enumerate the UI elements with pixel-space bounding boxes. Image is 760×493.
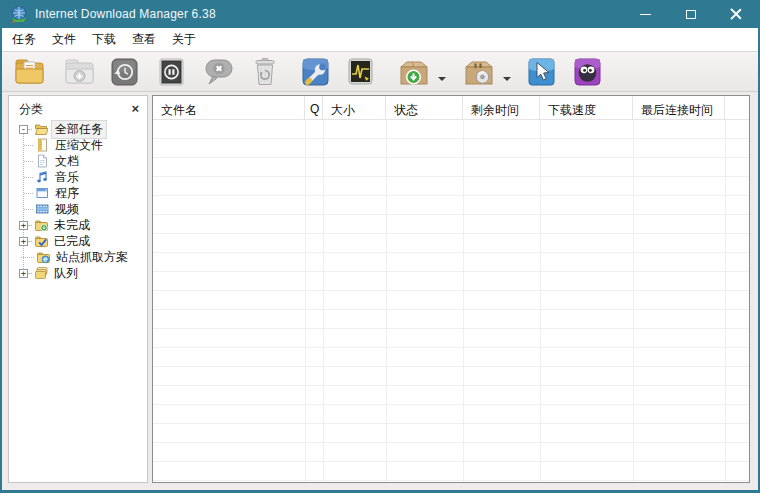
tree-item-label: 音乐 <box>52 169 82 186</box>
close-icon <box>730 8 742 20</box>
stop-queue-dropdown[interactable] <box>499 56 515 88</box>
restart-clock-icon <box>107 56 141 88</box>
menu-download[interactable]: 下载 <box>84 27 124 52</box>
column-header-filler <box>725 96 749 119</box>
tella-mascot-icon <box>570 56 604 88</box>
column-header-time-left[interactable]: 剩余时间 <box>463 96 540 119</box>
stop-all-button[interactable] <box>202 56 236 88</box>
resume-button[interactable] <box>62 56 96 88</box>
close-button[interactable] <box>713 0 758 28</box>
tree-item-label: 程序 <box>52 185 82 202</box>
stop-button[interactable] <box>154 56 188 88</box>
wrench-icon <box>298 56 332 88</box>
stacked-folders-icon <box>34 266 48 280</box>
stop-queue-button[interactable] <box>462 56 496 88</box>
tree-item-label: 已完成 <box>51 233 93 250</box>
chevron-down-icon <box>503 77 511 81</box>
column-header-status[interactable]: 状态 <box>386 96 463 119</box>
scheduler-button[interactable] <box>343 56 377 88</box>
toolbar <box>2 52 758 92</box>
menu-tasks[interactable]: 任务 <box>4 27 44 52</box>
restart-button[interactable] <box>107 56 141 88</box>
stop-pause-icon <box>154 56 188 88</box>
tree-item-label: 文档 <box>52 153 82 170</box>
zip-file-icon <box>35 138 49 152</box>
tree-item-finished[interactable]: + 已完成 <box>9 233 147 249</box>
delete-all-completed-button[interactable] <box>248 56 282 88</box>
expand-toggle[interactable]: + <box>19 237 28 246</box>
window-controls <box>623 0 758 28</box>
idm-window: Internet Download Manager 6.38 任务 文件 下载 … <box>0 0 760 493</box>
folder-download-icon <box>34 218 48 232</box>
categories-title: 分类 <box>19 101 43 118</box>
document-icon <box>35 154 49 168</box>
tree-item-label: 视频 <box>52 201 82 218</box>
box-disc-icon <box>462 56 496 88</box>
menu-about[interactable]: 关于 <box>164 27 204 52</box>
start-queue-button[interactable] <box>397 56 431 88</box>
add-url-button[interactable] <box>12 56 46 88</box>
tree-item-queues[interactable]: + 队列 <box>9 265 147 281</box>
folder-add-url-icon <box>12 56 46 88</box>
menu-file[interactable]: 文件 <box>44 27 84 52</box>
cursor-arrow-icon <box>524 56 558 88</box>
tree-item-all-tasks[interactable]: - 全部任务 <box>9 121 147 137</box>
chevron-down-icon <box>438 77 446 81</box>
tree-item-unfinished[interactable]: + 未完成 <box>9 217 147 233</box>
waveform-monitor-icon <box>343 56 377 88</box>
downloads-table: 文件名 Q 大小 状态 剩余时间 下载速度 最后连接时间 <box>152 95 750 483</box>
tree-item-music[interactable]: 音乐 <box>9 169 147 185</box>
tree-item-compressed[interactable]: 压缩文件 <box>9 137 147 153</box>
tree-item-label: 队列 <box>51 265 81 282</box>
options-button[interactable] <box>298 56 332 88</box>
tree-item-label: 未完成 <box>51 217 93 234</box>
music-note-icon <box>35 170 49 184</box>
column-header-q[interactable]: Q <box>305 96 323 119</box>
column-header-last-try[interactable]: 最后连接时间 <box>633 96 725 119</box>
window-title: Internet Download Manager 6.38 <box>35 7 216 21</box>
folder-check-icon <box>34 234 48 248</box>
expand-toggle[interactable]: + <box>19 221 28 230</box>
idm-logo-icon <box>10 5 28 23</box>
tree-item-programs[interactable]: 程序 <box>9 185 147 201</box>
categories-header: 分类 × <box>9 96 147 118</box>
open-folder-icon <box>34 122 48 136</box>
video-film-icon <box>35 202 49 216</box>
menu-view[interactable]: 查看 <box>124 27 164 52</box>
start-queue-dropdown[interactable] <box>434 56 450 88</box>
maximize-button[interactable] <box>668 0 713 28</box>
column-header-speed[interactable]: 下载速度 <box>540 96 633 119</box>
tree-item-label: 压缩文件 <box>52 137 106 154</box>
balloon-x-icon <box>202 56 236 88</box>
maximize-icon <box>686 10 696 19</box>
table-header-row: 文件名 Q 大小 状态 剩余时间 下载速度 最后连接时间 <box>153 96 749 120</box>
grabber-button[interactable] <box>524 56 558 88</box>
titlebar: Internet Download Manager 6.38 <box>2 0 758 28</box>
content-area: 分类 × - 全部任务 <box>2 92 758 488</box>
categories-panel: 分类 × - 全部任务 <box>8 95 148 483</box>
trash-recycle-icon <box>248 56 282 88</box>
categories-close-button[interactable]: × <box>129 103 141 115</box>
tree-item-video[interactable]: 视频 <box>9 201 147 217</box>
folder-resume-icon <box>62 56 96 88</box>
tree-item-documents[interactable]: 文档 <box>9 153 147 169</box>
folder-ie-icon <box>36 250 50 264</box>
box-download-icon <box>397 56 431 88</box>
category-tree: - 全部任务 压缩文件 <box>9 118 147 281</box>
tree-item-label: 站点抓取方案 <box>53 249 131 266</box>
program-window-icon <box>35 186 49 200</box>
minimize-icon <box>640 14 651 15</box>
column-header-filename[interactable]: 文件名 <box>153 96 305 119</box>
table-body-empty <box>153 120 749 482</box>
tella-button[interactable] <box>570 56 604 88</box>
collapse-toggle[interactable]: - <box>19 125 28 134</box>
minimize-button[interactable] <box>623 0 668 28</box>
column-header-size[interactable]: 大小 <box>323 96 386 119</box>
tree-item-grabber-projects[interactable]: 站点抓取方案 <box>9 249 147 265</box>
menubar: 任务 文件 下载 查看 关于 <box>2 28 758 52</box>
expand-toggle[interactable]: + <box>19 269 28 278</box>
